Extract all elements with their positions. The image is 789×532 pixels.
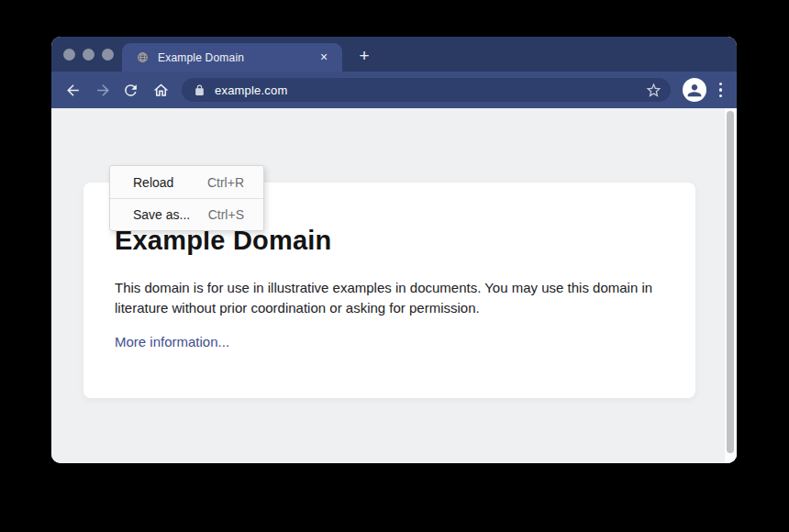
page-viewport: Example Domain This domain is for use in…	[51, 108, 737, 463]
forward-button[interactable]	[94, 81, 112, 99]
minimize-window-button[interactable]	[83, 49, 94, 61]
profile-avatar-button[interactable]	[683, 78, 706, 102]
close-window-button[interactable]	[63, 49, 75, 61]
context-menu-item-reload[interactable]: Reload Ctrl+R	[110, 166, 263, 198]
tab-title: Example Domain	[158, 51, 317, 64]
forward-arrow-icon	[94, 82, 112, 99]
scrollbar-track[interactable]	[725, 108, 737, 463]
url-text: example.com	[215, 83, 645, 97]
context-menu-item-save-as[interactable]: Save as... Ctrl+S	[110, 198, 263, 230]
page-paragraph: This domain is for use in illustrative e…	[115, 278, 663, 318]
more-information-link[interactable]: More information...	[115, 334, 229, 349]
back-arrow-icon	[64, 82, 82, 99]
dot-icon	[719, 94, 723, 98]
zoom-window-button[interactable]	[102, 49, 114, 61]
context-menu: Reload Ctrl+R Save as... Ctrl+S	[109, 165, 264, 231]
reload-button[interactable]	[121, 81, 139, 99]
browser-menu-button[interactable]	[719, 83, 723, 98]
menu-item-shortcut: Ctrl+R	[207, 175, 244, 190]
window-controls	[63, 49, 114, 61]
title-bar: Example Domain × +	[51, 37, 737, 72]
tab-close-icon[interactable]: ×	[317, 50, 331, 65]
dot-icon	[719, 83, 723, 86]
home-button[interactable]	[151, 81, 170, 99]
browser-tab[interactable]: Example Domain ×	[122, 43, 342, 72]
address-bar[interactable]: example.com	[182, 78, 671, 102]
browser-toolbar: example.com	[51, 72, 737, 108]
scrollbar-thumb[interactable]	[727, 111, 734, 453]
menu-item-shortcut: Ctrl+S	[208, 207, 244, 222]
lock-icon	[194, 84, 206, 96]
new-tab-button[interactable]: +	[354, 46, 374, 66]
person-icon	[684, 80, 705, 100]
globe-favicon-icon	[137, 51, 149, 63]
reload-icon	[122, 82, 139, 99]
browser-window: Example Domain × +	[51, 37, 737, 463]
home-icon	[152, 82, 170, 99]
bookmark-star-button[interactable]	[645, 82, 662, 99]
back-button[interactable]	[63, 81, 82, 99]
menu-item-label: Reload	[133, 175, 173, 190]
menu-item-label: Save as...	[133, 207, 190, 222]
dot-icon	[719, 88, 723, 92]
star-icon	[645, 82, 662, 99]
